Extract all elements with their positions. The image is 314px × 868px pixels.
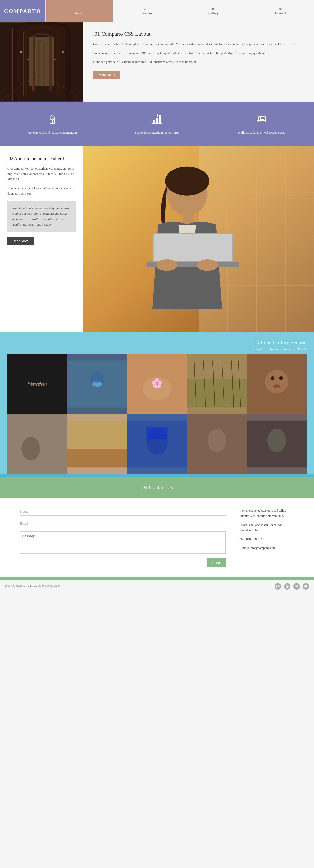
- nav-item-gallery[interactable]: .03 Gallery: [180, 0, 247, 22]
- svg-point-80: [208, 429, 226, 452]
- services-para1: Cras tempus, velit amet facilisis venena…: [7, 166, 76, 182]
- logo-area: COMPARTO: [0, 0, 45, 22]
- message-textarea[interactable]: [20, 531, 226, 554]
- svg-point-32: [259, 118, 261, 119]
- read-more-button[interactable]: Read More: [7, 237, 34, 245]
- svg-rect-26: [156, 118, 158, 124]
- svg-text:breathe: breathe: [28, 380, 47, 388]
- svg-rect-83: [276, 585, 279, 588]
- svg-rect-78: [146, 428, 168, 439]
- instagram-icon[interactable]: [275, 583, 281, 590]
- pinterest-icon[interactable]: [284, 583, 290, 590]
- services-quote-block: Nam iaculis, urna ut laoreet aliquam, ma…: [7, 201, 76, 232]
- contact-info-para1: Pellentesque egestas odio sed tellus dic…: [240, 508, 294, 519]
- footer-text: 仿间同号社区bbs.xienlao.com免费下载更多网站: [5, 585, 60, 588]
- gallery-item-5[interactable]: [247, 354, 307, 414]
- about-title: .01 Comparto CSS Layout: [93, 31, 304, 37]
- feature-chart-text: Suspendisse interdum lectus purus: [110, 130, 204, 135]
- gallery-strip: [0, 474, 314, 477]
- svg-rect-7: [56, 32, 60, 96]
- services-section: .02 Aliquam pretium hendrerit Cras tempu…: [0, 146, 314, 332]
- nav-area: .01 About .02 Services .03 Gallery .04 C…: [45, 0, 314, 22]
- twitter-icon[interactable]: [293, 583, 300, 590]
- svg-rect-31: [258, 117, 266, 122]
- youtube-icon[interactable]: [303, 583, 309, 590]
- feature-building-text: Aenean vel est id massa condimentum: [5, 130, 99, 135]
- filter-nature[interactable]: Nature: [270, 347, 278, 351]
- gallery-item-7[interactable]: [67, 414, 127, 474]
- contact-section: .04 Contact Us Send Pellentesque egestas…: [0, 477, 314, 577]
- dot-3: .: [295, 347, 296, 351]
- svg-text:🌸: 🌸: [151, 377, 163, 389]
- about-image: [0, 22, 83, 102]
- svg-point-48: [156, 259, 177, 271]
- svg-point-49: [197, 259, 218, 271]
- nav-num-gallery: .03: [211, 7, 215, 11]
- services-quote-text: Nam iaculis, urna ut laoreet aliquam, ma…: [12, 206, 71, 227]
- gallery-item-9[interactable]: [187, 414, 247, 474]
- svg-point-70: [279, 376, 283, 380]
- services-image: [83, 146, 314, 332]
- svg-rect-3: [43, 42, 45, 87]
- gallery-item-1[interactable]: breathe: [7, 354, 67, 414]
- features-bar: Aenean vel est id massa condimentum Susp…: [0, 102, 314, 146]
- svg-point-85: [278, 585, 279, 586]
- about-content: .01 Comparto CSS Layout Comparto is a cu…: [83, 22, 314, 102]
- logo-text: COMPARTO: [4, 8, 41, 14]
- filter-show-all[interactable]: Show All: [254, 347, 266, 351]
- nav-item-services[interactable]: .02 Services: [113, 0, 180, 22]
- email-input[interactable]: [20, 520, 226, 527]
- gallery-header: .03 The Gallery Section Show All . Natur…: [7, 339, 307, 351]
- dot-1: .: [268, 347, 268, 351]
- svg-point-73: [21, 437, 40, 460]
- svg-point-68: [265, 370, 288, 393]
- send-button[interactable]: Send: [207, 558, 226, 567]
- contact-title: .04 Contact Us: [7, 484, 307, 491]
- contact-info: Pellentesque egestas odio sed tellus dic…: [240, 508, 294, 567]
- gallery-item-10[interactable]: [247, 414, 307, 474]
- svg-point-16: [62, 51, 64, 53]
- nav-item-about[interactable]: .01 About: [45, 0, 113, 22]
- contact-form: Send: [20, 508, 226, 567]
- services-para2: Nam iaculis, urna ut laoreet aliquam, ma…: [7, 185, 76, 196]
- feature-chart: Suspendisse interdum lectus purus: [110, 113, 204, 135]
- gallery-icon: [215, 113, 309, 127]
- nav-item-contact[interactable]: .04 Contact: [247, 0, 314, 22]
- gallery-grid: breathe 🌸: [7, 354, 307, 474]
- dot-2: .: [280, 347, 281, 351]
- gallery-item-8[interactable]: [127, 414, 187, 474]
- svg-rect-2: [38, 42, 40, 87]
- nav-label-about: About: [75, 11, 83, 15]
- services-title: .02 Aliquam pretium hendrerit: [7, 156, 76, 161]
- gallery-title: .03 The Gallery Section: [7, 339, 307, 346]
- svg-point-82: [268, 429, 286, 452]
- gallery-item-6[interactable]: [7, 414, 67, 474]
- filter-people[interactable]: People: [298, 347, 307, 351]
- svg-rect-22: [51, 120, 53, 124]
- about-para1: Comparto is a custom light-weight CSS la…: [93, 41, 304, 47]
- contact-info-para2: Morbi eget accumsan libero, non tincidun…: [240, 522, 294, 533]
- svg-rect-25: [152, 120, 154, 124]
- about-section: .01 Comparto CSS Layout Comparto is a cu…: [0, 22, 314, 102]
- name-input[interactable]: [20, 508, 226, 516]
- svg-rect-5: [48, 37, 51, 91]
- filter-animals[interactable]: Animals: [283, 347, 294, 351]
- gallery-item-3[interactable]: 🌸: [127, 354, 187, 414]
- svg-rect-12: [32, 37, 33, 91]
- footer-social-icons: [275, 583, 309, 590]
- contact-email: Email: info@company.com: [240, 545, 294, 551]
- nav-num-about: .01: [77, 7, 81, 11]
- footer-bar: [0, 577, 314, 580]
- svg-rect-23: [50, 118, 52, 119]
- nav-num-services: .02: [144, 7, 148, 11]
- svg-point-69: [271, 376, 274, 380]
- more-detail-button[interactable]: More Detail: [93, 70, 120, 79]
- svg-point-43: [165, 166, 209, 195]
- nav-label-services: Services: [140, 11, 152, 15]
- svg-point-71: [273, 384, 280, 388]
- gallery-item-2[interactable]: [67, 354, 127, 414]
- feature-gallery-text: Nulla ac sodales est vel iaculis purus: [215, 130, 309, 135]
- svg-rect-75: [67, 448, 127, 467]
- feature-building: Aenean vel est id massa condimentum: [5, 113, 99, 135]
- gallery-item-4[interactable]: [187, 354, 247, 414]
